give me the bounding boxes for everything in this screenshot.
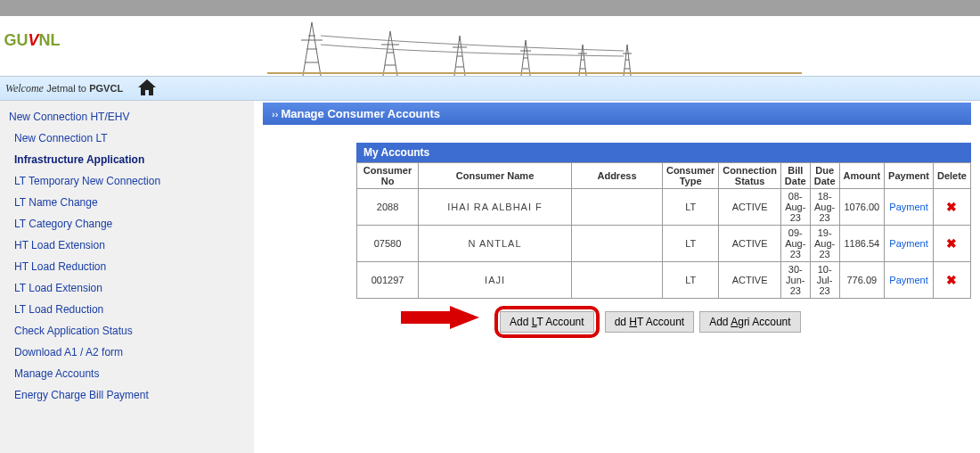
cell-delete: ✖ — [933, 262, 970, 299]
delete-icon[interactable]: ✖ — [946, 273, 957, 287]
delete-icon[interactable]: ✖ — [946, 200, 957, 214]
cell-payment: Payment — [885, 262, 934, 299]
cell-amount: 776.09 — [839, 262, 885, 299]
cell-due-date: 18-Aug-23 — [810, 189, 839, 226]
sidebar-item-new-conn-ht[interactable]: New Connection HT/EHV — [7, 106, 247, 128]
table-header-row: Consumer No Consumer Name Address Consum… — [357, 163, 971, 189]
sidebar-item-lt-temp[interactable]: LT Temporary New Connection — [7, 170, 247, 192]
cell-type: LT — [662, 226, 718, 262]
cell-consumer-no: 2088 — [357, 189, 419, 226]
welcome-brand: PGVCL — [89, 83, 123, 94]
th-address: Address — [572, 163, 663, 189]
cell-payment: Payment — [885, 189, 934, 226]
sidebar-item-lt-load-red[interactable]: LT Load Reduction — [7, 299, 247, 320]
th-due-date: Due Date — [810, 163, 839, 189]
cell-address — [572, 226, 663, 262]
sidebar-item-download-a1a2[interactable]: Download A1 / A2 form — [7, 342, 247, 363]
sidebar-item-infra-app[interactable]: Infrastructure Application — [7, 149, 247, 170]
cell-amount: 1076.00 — [839, 189, 885, 226]
home-icon[interactable] — [136, 78, 158, 100]
cell-status: ACTIVE — [719, 262, 781, 299]
table-row: 001297IAJILTACTIVE30-Jun-2310-Jul-23776.… — [357, 262, 971, 299]
th-bill-date: Bill Date — [780, 163, 810, 189]
table-row: 07580N ANTLALLTACTIVE09-Aug-2319-Aug-231… — [357, 226, 971, 262]
sidebar-item-lt-cat[interactable]: LT Category Change — [7, 213, 247, 235]
th-amount: Amount — [839, 163, 885, 189]
nav-strip: Welcome Jetmal to PGVCL — [0, 76, 980, 101]
accounts-table: Consumer No Consumer Name Address Consum… — [356, 162, 971, 299]
add-ht-account-button[interactable]: dd HT Account — [605, 311, 695, 333]
th-payment: Payment — [885, 163, 934, 189]
sidebar-item-ht-load-red[interactable]: HT Load Reduction — [7, 256, 247, 277]
welcome-prefix: Welcome — [5, 82, 44, 95]
sidebar-item-check-status[interactable]: Check Application Status — [7, 320, 247, 342]
payment-link[interactable]: Payment — [889, 202, 927, 212]
sidebar-item-energy-bill[interactable]: Energy Charge Bill Payment — [7, 384, 247, 406]
cell-delete: ✖ — [933, 189, 970, 226]
sidebar-item-manage-accounts[interactable]: Manage Accounts — [7, 363, 247, 384]
sidebar-item-ht-load-ext[interactable]: HT Load Extension — [7, 235, 247, 256]
th-consumer-type: Consumer Type — [662, 163, 718, 189]
logo: GUVNL — [5, 16, 59, 65]
cell-amount: 1186.54 — [839, 226, 885, 262]
th-consumer-no: Consumer No — [357, 163, 419, 189]
cell-status: ACTIVE — [719, 189, 781, 226]
cell-bill-date: 09-Aug-23 — [780, 226, 810, 262]
cell-consumer-name: IHAI RA ALBHAI F — [419, 189, 572, 226]
cell-due-date: 19-Aug-23 — [810, 226, 839, 262]
cell-type: LT — [662, 189, 718, 226]
cell-bill-date: 30-Jun-23 — [780, 262, 810, 299]
add-lt-account-button[interactable]: Add LT Account — [500, 311, 594, 333]
page-title: Manage Consumer Accounts — [263, 103, 971, 125]
cell-payment: Payment — [885, 226, 934, 262]
sidebar-item-lt-name[interactable]: LT Name Change — [7, 192, 247, 213]
payment-link[interactable]: Payment — [889, 275, 927, 285]
cell-bill-date: 08-Aug-23 — [780, 189, 810, 226]
th-delete: Delete — [933, 163, 970, 189]
table-row: 2088IHAI RA ALBHAI FLTACTIVE08-Aug-2318-… — [357, 189, 971, 226]
cell-type: LT — [662, 262, 718, 299]
svg-marker-0 — [401, 306, 479, 329]
banner-art — [267, 13, 802, 76]
cell-status: ACTIVE — [719, 226, 781, 262]
red-arrow-icon — [401, 304, 481, 334]
sidebar-item-new-conn-lt[interactable]: New Connection LT — [7, 128, 247, 149]
welcome-user: Jetmal to — [46, 83, 86, 94]
pylons-art — [267, 13, 802, 76]
button-row: Add LT Account dd HT Account Add Agri Ac… — [356, 306, 971, 338]
top-banner: GUVNL Logout — [0, 0, 980, 76]
th-connection-status: Connection Status — [719, 163, 781, 189]
cell-consumer-no: 001297 — [357, 262, 419, 299]
cell-consumer-name: N ANTLAL — [419, 226, 572, 262]
cell-delete: ✖ — [933, 226, 970, 262]
panel-title: My Accounts — [356, 143, 971, 162]
cell-due-date: 10-Jul-23 — [810, 262, 839, 299]
highlight-box: Add LT Account — [494, 306, 600, 338]
payment-link[interactable]: Payment — [889, 238, 927, 249]
cell-consumer-no: 07580 — [357, 226, 419, 262]
add-agri-account-button[interactable]: Add Agri Account — [699, 311, 800, 333]
cell-address — [572, 189, 663, 226]
delete-icon[interactable]: ✖ — [946, 236, 957, 251]
sidebar: New Connection HT/EHV New Connection LT … — [0, 101, 254, 453]
cell-consumer-name: IAJI — [419, 262, 572, 299]
cell-address — [572, 262, 663, 299]
sidebar-item-lt-load-ext[interactable]: LT Load Extension — [7, 277, 247, 299]
th-consumer-name: Consumer Name — [419, 163, 572, 189]
main-content: Manage Consumer Accounts My Accounts Con… — [254, 101, 980, 453]
